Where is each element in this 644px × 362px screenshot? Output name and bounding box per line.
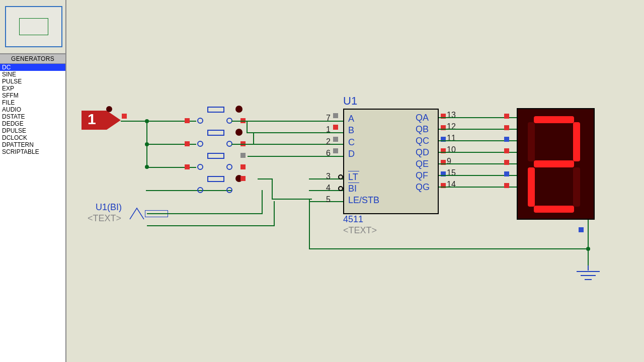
pin-num: 11 bbox=[447, 134, 456, 143]
pin-label: A bbox=[348, 114, 354, 124]
wire bbox=[146, 190, 231, 191]
segment-a bbox=[534, 116, 574, 123]
generator-item-scriptable[interactable]: SCRIPTABLE bbox=[0, 148, 65, 155]
switch-contact[interactable] bbox=[197, 187, 203, 193]
generator-item-dedge[interactable]: DEDGE bbox=[0, 120, 65, 127]
pin-label: BI bbox=[348, 184, 357, 194]
minimap[interactable] bbox=[5, 6, 62, 47]
wire bbox=[262, 190, 263, 214]
pin-num: 15 bbox=[447, 168, 456, 177]
pin-label: QE bbox=[416, 159, 429, 169]
generator-item-audio[interactable]: AUDIO bbox=[0, 106, 65, 113]
pin-label: C bbox=[348, 137, 355, 148]
generator-item-sffm[interactable]: SFFM bbox=[0, 92, 65, 99]
state-pad bbox=[333, 125, 338, 130]
generator-item-dstate[interactable]: DSTATE bbox=[0, 113, 65, 120]
pin-label: QB bbox=[416, 124, 429, 135]
switch-contact[interactable] bbox=[197, 164, 203, 170]
generator-item-dclock[interactable]: DCLOCK bbox=[0, 134, 65, 141]
wire bbox=[258, 178, 273, 179]
state-pad bbox=[579, 227, 584, 232]
pin-num: 13 bbox=[447, 111, 456, 120]
switch-contact[interactable] bbox=[197, 118, 203, 124]
pin-label: QG bbox=[416, 182, 430, 193]
state-pad bbox=[504, 114, 509, 119]
generator-item-exp[interactable]: EXP bbox=[0, 85, 65, 92]
pin-num: 6 bbox=[326, 149, 331, 158]
pin-label: D bbox=[348, 149, 355, 159]
state-pad bbox=[504, 171, 509, 176]
pin-num: 4 bbox=[326, 184, 331, 193]
segment-e bbox=[528, 167, 535, 207]
state-pad bbox=[185, 164, 190, 169]
switch-contact[interactable] bbox=[226, 164, 232, 170]
pin-num: 12 bbox=[447, 122, 456, 131]
state-pad bbox=[504, 183, 509, 188]
generator-item-sine[interactable]: SINE bbox=[0, 71, 65, 78]
probe-icon[interactable] bbox=[128, 206, 146, 221]
state-pad bbox=[240, 153, 246, 158]
seven-segment-display[interactable] bbox=[517, 108, 595, 220]
switch-contact[interactable] bbox=[197, 141, 203, 147]
pin-num: 14 bbox=[447, 180, 456, 189]
indicator-dot bbox=[106, 106, 112, 112]
pin-label: LE/STB bbox=[348, 195, 379, 206]
ic-placeholder: <TEXT> bbox=[343, 225, 377, 236]
pin-num: 5 bbox=[326, 195, 331, 204]
ic-ref: U1 bbox=[343, 95, 357, 108]
pin-num: 7 bbox=[326, 114, 331, 123]
state-pad bbox=[185, 141, 190, 146]
wire bbox=[309, 248, 589, 249]
wire bbox=[588, 248, 589, 266]
generator-item-dpattern[interactable]: DPATTERN bbox=[0, 141, 65, 148]
state-pad bbox=[240, 164, 246, 169]
wire bbox=[274, 201, 275, 226]
wire bbox=[147, 225, 275, 226]
state-pad bbox=[504, 148, 509, 153]
logic-source-value: 1 bbox=[88, 111, 96, 128]
switch-contact[interactable] bbox=[226, 187, 232, 193]
wire bbox=[272, 199, 312, 200]
resistor[interactable] bbox=[207, 130, 224, 136]
pin-num: 9 bbox=[447, 157, 451, 166]
wire bbox=[272, 178, 273, 199]
resistor[interactable] bbox=[207, 153, 224, 159]
ic-part: 4511 bbox=[343, 214, 363, 225]
wire bbox=[588, 220, 589, 250]
ground-icon bbox=[575, 265, 602, 341]
pin-label: QD bbox=[416, 147, 429, 158]
generators-title: GENERATORS bbox=[0, 54, 65, 64]
resistor[interactable] bbox=[207, 107, 224, 113]
segment-b bbox=[573, 122, 580, 161]
sidebar: GENERATORS DCSINEPULSEEXPSFFMFILEAUDIODS… bbox=[0, 0, 66, 362]
generator-item-pulse[interactable]: PULSE bbox=[0, 78, 65, 85]
segment-c bbox=[573, 167, 580, 207]
switch-knob[interactable] bbox=[235, 129, 243, 136]
generator-item-dc[interactable]: DC bbox=[0, 64, 65, 71]
state-pad bbox=[122, 114, 127, 119]
wire bbox=[121, 121, 147, 122]
state-pad bbox=[504, 125, 509, 130]
resistor[interactable] bbox=[207, 176, 224, 182]
state-pad bbox=[333, 148, 338, 153]
pin-num: 1 bbox=[326, 125, 331, 134]
generator-label: U1(BI) bbox=[96, 202, 122, 213]
switch-knob[interactable] bbox=[235, 106, 243, 113]
schematic-canvas[interactable]: 1 bbox=[66, 0, 644, 362]
segment-f bbox=[528, 122, 535, 161]
pin-label: B bbox=[348, 125, 354, 136]
state-pad bbox=[504, 137, 509, 142]
generator-item-dpulse[interactable]: DPULSE bbox=[0, 127, 65, 134]
pin-label: QA bbox=[416, 113, 429, 123]
wire bbox=[309, 199, 310, 249]
wire bbox=[253, 133, 254, 145]
pin-num: 3 bbox=[326, 172, 331, 181]
state-pad bbox=[185, 118, 190, 123]
state-pad bbox=[504, 160, 509, 165]
pin-label: LT bbox=[348, 172, 358, 183]
generator-item-file[interactable]: FILE bbox=[0, 99, 65, 106]
pin-label: QC bbox=[416, 136, 429, 146]
state-pad bbox=[333, 113, 338, 118]
pin-label: QF bbox=[416, 170, 428, 181]
state-pad bbox=[240, 176, 246, 181]
